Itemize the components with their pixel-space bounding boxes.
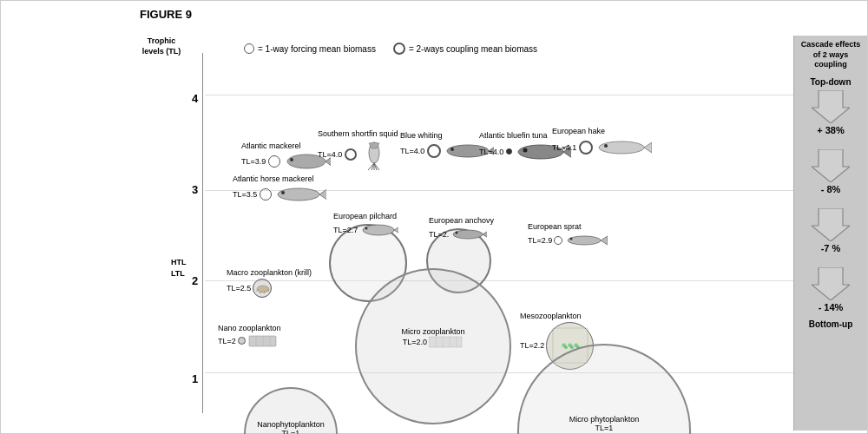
cascade-bottomup-label: Bottom-up [809,319,853,329]
micro-zooplankton-tl-row: TL=2.0 [381,336,485,348]
nano-phytoplankton-label: Nanophytoplankton [254,420,327,429]
micro-zooplankton-inner: Micro zooplankton TL=2.0 [381,327,485,348]
nano-phytoplankton-tl: TL=1 [254,429,327,434]
european-anchovy-fish [450,227,487,242]
southern-shortfin-squid-tl: TL=4.0 [318,150,342,159]
southern-shortfin-squid-group: Southern shortfin squid TL=4.0 [318,129,398,170]
atlantic-bluefin-tuna-tl: TL=4.0 [479,148,503,156]
svg-point-22 [604,144,608,148]
svg-rect-39 [249,336,276,346]
nano-phytoplankton-inner: Nanophytoplankton TL=1 [254,420,327,434]
nano-zooplankton-tl: TL=2 [218,337,236,345]
nano-zoo-icon [247,334,278,348]
european-hake-label: European hake [552,127,652,136]
atlantic-mackerel-tl: TL=3.9 [241,157,266,166]
european-sprat-label: European sprat [528,222,608,232]
svg-marker-4 [319,188,326,201]
main-content: Atlantic mackerel TL=3.9 Atlantic horse … [205,53,793,429]
micro-zoo-pattern [429,336,464,348]
atlantic-horse-mackerel-label: Atlantic horse mackerel [233,174,326,184]
cascade-arrow-2 [812,149,850,182]
european-sprat-tl: TL=2.9 [528,236,552,245]
macro-zooplankton-tl: TL=2.5 [227,284,251,293]
cascade-value-3: -7 % [821,243,841,253]
svg-point-29 [568,236,601,245]
svg-marker-24 [394,226,398,234]
european-anchovy-tl: TL=2. [429,230,449,239]
legend-label-1way: = 1-way forcing mean biomass [258,44,376,54]
nano-zooplankton-label: Nano zooplankton [218,324,281,333]
svg-point-3 [278,188,319,201]
southern-shortfin-squid-circle [345,148,357,161]
svg-marker-49 [812,149,850,182]
european-anchovy-group: European anchovy TL=2. [429,216,494,242]
european-pilchard-fish [359,222,398,238]
cascade-value-1: + 38% [817,125,845,135]
svg-point-20 [599,141,644,154]
htl-ltl-label: HTLLTL [171,257,187,279]
micro-phytoplankton-tl: TL=1 [552,424,656,432]
southern-shortfin-squid-label: Southern shortfin squid [318,129,398,139]
trophic-line [202,53,203,413]
svg-point-2 [290,158,293,161]
macro-zooplankton-label: Macro zooplankton (krill) [227,268,312,278]
svg-marker-50 [812,208,850,241]
trophic-header: Trophic levels (TL) [135,36,187,56]
micro-phytoplankton-inner: Micro phytoplankton TL=1 [552,415,656,432]
cascade-value-4: - 14% [819,302,844,312]
nano-zooplankton-group: Nano zooplankton TL=2 [218,324,281,348]
european-anchovy-label: European anchovy [429,216,494,226]
cascade-arrow-3 [812,208,850,241]
european-pilchard-label: European pilchard [333,212,398,221]
atlantic-horse-mackerel-circle [260,188,272,201]
cascade-panel: Cascade effects of 2 ways coupling Top-d… [793,36,867,431]
cascade-title: Cascade effects of 2 ways coupling [797,40,865,70]
svg-point-19 [523,148,528,152]
svg-marker-30 [601,236,608,245]
european-sprat-circle [554,236,562,245]
atlantic-bluefin-tuna-dot [506,148,512,155]
blue-whiting-circle [427,144,441,158]
blue-whiting-tl: TL=4.0 [400,147,424,155]
svg-point-28 [456,231,458,233]
atlantic-horse-mackerel-group: Atlantic horse mackerel TL=3.5 [233,174,326,204]
svg-marker-48 [812,90,850,123]
cascade-topdown-label: Top-down [810,77,851,87]
svg-marker-27 [483,230,487,239]
southern-shortfin-squid-icon [359,140,390,170]
svg-point-25 [365,227,368,229]
figure-title: FIGURE 9 [140,8,192,21]
svg-marker-21 [644,142,652,153]
svg-point-32 [257,286,269,293]
cascade-value-2: - 8% [821,184,841,194]
svg-marker-51 [812,267,850,300]
meso-zooplankton-tl: TL=2.2 [520,341,544,350]
trophic-level-2: 2 [192,274,198,287]
cascade-arrow-4 [812,267,850,300]
svg-rect-43 [429,337,462,347]
gridline-4-3 [205,95,793,95]
svg-point-23 [363,225,394,235]
legend-label-2way: = 2-ways coupling mean biomass [409,44,537,54]
european-hake-fish [595,137,652,158]
european-hake-group: European hake TL=4.1 [552,127,652,158]
trophic-level-1: 1 [192,372,198,385]
cascade-arrow-1 [812,90,850,123]
atlantic-horse-mackerel-tl: TL=3.5 [233,190,257,199]
svg-point-15 [450,148,454,151]
european-pilchard-group: European pilchard TL=2.7 [333,212,398,238]
european-hake-tl: TL=4.1 [552,143,576,152]
atlantic-mackerel-circle [268,155,280,168]
meso-zooplankton-label: Mesozooplankton [520,312,594,321]
svg-point-5 [281,191,285,194]
krill-icon [253,279,273,299]
svg-point-26 [453,230,483,239]
european-hake-circle [579,141,593,155]
micro-zooplankton-tl: TL=2.0 [403,338,427,346]
macro-zooplankton-circle [253,279,272,298]
trophic-level-4: 4 [192,92,198,105]
trophic-level-3: 3 [192,183,198,196]
european-sprat-group: European sprat TL=2.9 [528,222,608,248]
macro-zooplankton-group: Macro zooplankton (krill) TL=2.5 [227,268,312,298]
nano-zooplankton-circle [238,337,246,345]
